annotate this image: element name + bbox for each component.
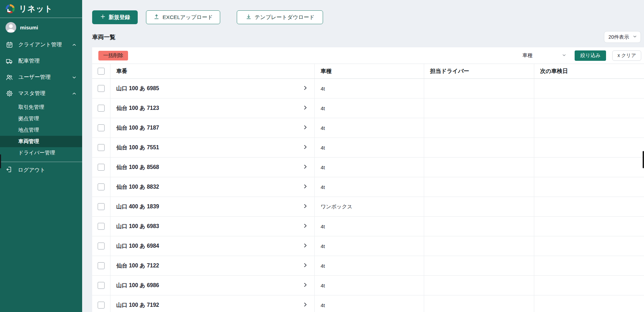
template-download-button[interactable]: テンプレートダウロード [237,10,323,24]
sidebar-item-driver-management[interactable]: ドライバー管理 [0,147,82,159]
sidebar-item-master-management[interactable]: マスタ管理 [0,85,82,102]
sidebar-item-base-management[interactable]: 拠点管理 [0,113,82,124]
users-icon [6,74,13,81]
vehicle-next-inspection [534,295,644,312]
vehicle-next-inspection [534,158,644,177]
row-checkbox-cell [92,79,110,98]
column-header-next-inspection: 次の車検日 [534,64,644,78]
vehicle-number-cell: 山口 100 あ 6983 [110,217,314,236]
table-row[interactable]: 仙台 100 あ 7551 4t [92,138,644,158]
sidebar-submenu: 取引先管理 拠点管理 地点管理 車両管理 ドライバー管理 [0,102,82,159]
bulk-delete-button[interactable]: 一括削除 [98,51,128,60]
row-checkbox[interactable] [98,203,105,210]
vehicle-number-cell: 仙台 100 あ 7551 [110,138,314,157]
new-record-label: 新規登録 [109,14,130,21]
vehicle-type: 4t [314,276,424,295]
chevron-right-icon [302,223,308,230]
table-row[interactable]: 山口 100 あ 6986 4t [92,276,644,295]
table-row[interactable]: 仙台 100 あ 7123 4t [92,98,644,118]
row-checkbox[interactable] [98,183,105,190]
sub-item-label: 車両管理 [18,138,39,145]
sidebar-item-label: マスタ管理 [18,90,46,97]
filter-field-select[interactable]: 車種 [520,51,568,60]
vehicle-driver [424,256,534,275]
chevron-right-icon [302,183,308,191]
vehicle-next-inspection [534,138,644,157]
main-scrollbar-thumb[interactable] [643,151,644,168]
row-checkbox-cell [92,177,110,197]
table-row[interactable]: 仙台 100 あ 8832 4t [92,177,644,197]
table-row[interactable]: 山口 100 あ 6983 4t [92,217,644,236]
chevron-right-icon [302,243,308,250]
app-logo[interactable]: リネット [0,0,82,18]
table-row[interactable]: 山口 100 あ 6984 4t [92,236,644,256]
action-toolbar: 新規登録 EXCELアップロード テンプレー [92,10,644,24]
sidebar-item-client-management[interactable]: クライアント管理 [0,37,82,53]
select-all-checkbox[interactable] [98,68,105,75]
sidebar-item-location-management[interactable]: 地点管理 [0,124,82,136]
row-checkbox-cell [92,98,110,118]
vehicle-next-inspection [534,236,644,256]
table-row[interactable]: 山口 100 あ 7192 4t [92,295,644,312]
gear-icon [6,90,13,97]
logout-button[interactable]: ログアウト [0,162,82,178]
sidebar-item-dispatch-management[interactable]: 配車管理 [0,53,82,69]
row-checkbox[interactable] [98,105,105,112]
table-row[interactable]: 仙台 100 あ 7122 4t [92,256,644,276]
vehicle-type: 4t [314,118,424,138]
sidebar-nav: クライアント管理 配車管理 [0,35,82,178]
vehicle-number-cell: 山口 100 あ 6986 [110,276,314,295]
vehicle-driver [424,118,534,138]
sidebar-item-label: 配車管理 [18,57,40,65]
sidebar-item-user-management[interactable]: ユーザー管理 [0,69,82,85]
chevron-down-icon [72,75,77,80]
row-checkbox[interactable] [98,124,105,131]
sidebar-user[interactable]: misumi [0,19,82,35]
row-checkbox[interactable] [98,302,105,309]
calendar-icon [6,41,13,49]
sidebar-item-supplier-management[interactable]: 取引先管理 [0,102,82,113]
vehicle-next-inspection [534,98,644,118]
chevron-right-icon [302,262,308,270]
vehicle-number-cell: 仙台 100 あ 7122 [110,256,314,275]
page-size-select[interactable]: 20件表示 [604,31,641,43]
apply-filter-button[interactable]: 絞り込み [575,50,606,61]
vehicle-number: 山口 400 あ 1839 [116,203,159,210]
vehicle-next-inspection [534,197,644,216]
row-checkbox[interactable] [98,85,105,92]
sidebar-item-label: クライアント管理 [18,41,62,48]
row-checkbox-cell [92,276,110,295]
row-checkbox[interactable] [98,282,105,289]
logout-label: ログアウト [18,167,45,174]
vehicle-type: 4t [314,138,424,157]
vehicle-type: 4t [314,217,424,236]
sidebar-scrollbar-thumb[interactable] [0,154,1,168]
row-checkbox[interactable] [98,262,105,269]
clear-filter-button[interactable]: x クリア [612,50,641,61]
table-row[interactable]: 仙台 100 あ 8568 4t [92,158,644,177]
filter-field-value: 車種 [522,52,533,59]
vehicle-number-cell: 仙台 100 あ 8832 [110,177,314,197]
excel-upload-label: EXCELアップロード [163,14,213,21]
table-row[interactable]: 山口 100 あ 6985 4t [92,79,644,98]
row-checkbox[interactable] [98,223,105,230]
row-checkbox[interactable] [98,144,105,151]
brand-name: リネット [19,3,53,14]
new-record-button[interactable]: 新規登録 [92,10,138,24]
brand-logo-icon [5,3,16,14]
row-checkbox-cell [92,118,110,138]
table-row[interactable]: 仙台 100 あ 7187 4t [92,118,644,138]
vehicle-number: 仙台 100 あ 8568 [116,164,159,171]
logout-icon [6,166,13,174]
vehicle-next-inspection [534,217,644,236]
excel-upload-button[interactable]: EXCELアップロード [146,10,220,24]
table-row[interactable]: 山口 400 あ 1839 ワンボックス [92,197,644,217]
row-checkbox-cell [92,138,110,157]
vehicle-number: 山口 100 あ 6983 [116,223,159,230]
table-body: 山口 100 あ 6985 4t 仙台 100 あ 7123 4t 仙台 100… [92,79,644,312]
vehicle-number: 仙台 100 あ 7187 [116,124,159,132]
row-checkbox[interactable] [98,243,105,249]
sidebar-item-vehicle-management[interactable]: 車両管理 [0,136,82,147]
row-checkbox[interactable] [98,164,105,171]
table-header-row: 車番 車種 担当ドライバー 次の車検日 [92,64,644,79]
